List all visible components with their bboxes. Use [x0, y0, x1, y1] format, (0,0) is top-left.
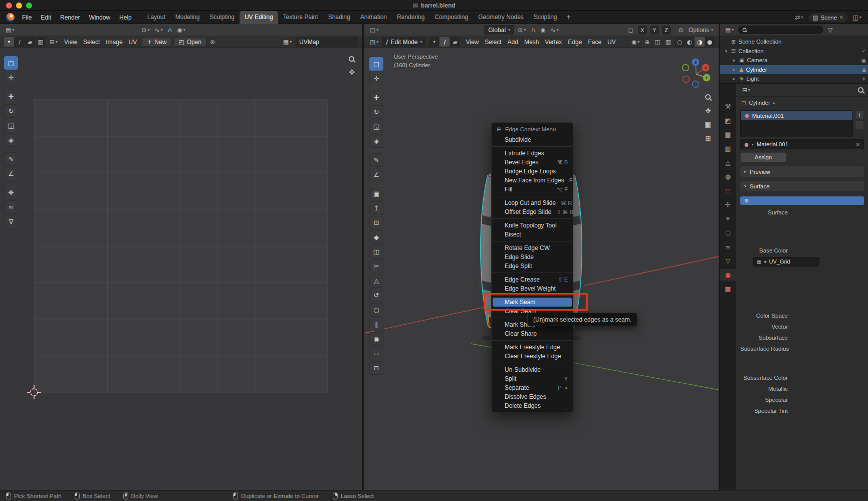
uv-magnet-icon[interactable]: ∩: [166, 27, 174, 34]
tool-scale[interactable]: ◱: [4, 119, 18, 132]
menubar-menu-edit[interactable]: Edit: [36, 11, 56, 24]
context-menu-item-rotate-edge-cw[interactable]: Rotate Edge CW: [492, 243, 573, 253]
properties-tab-output[interactable]: ▤: [722, 129, 735, 140]
xray-toggle-icon[interactable]: ▥: [664, 39, 673, 46]
workspace-tab-texture-paint[interactable]: Texture Paint: [278, 11, 323, 24]
uvmap-icon[interactable]: ▦▾: [282, 39, 293, 46]
properties-tab-tool[interactable]: ⚒: [722, 101, 735, 112]
context-menu-item-delete-edges[interactable]: Delete Edges: [492, 401, 573, 410]
tool-knife[interactable]: ✂: [369, 260, 383, 273]
tool-annotate[interactable]: ✎: [4, 152, 18, 166]
context-menu-item-edge-split[interactable]: Edge Split: [492, 262, 573, 271]
tool-relax[interactable]: ≈: [4, 200, 18, 214]
context-menu-item-new-face-from-edges[interactable]: New Face from EdgesF: [492, 176, 573, 185]
snap-target-icon[interactable]: ⊙▾: [516, 27, 527, 34]
properties-tab-physics[interactable]: ◌: [722, 227, 735, 238]
context-menu-item-separate[interactable]: SeparateP▸: [492, 383, 573, 392]
shading-material[interactable]: ◑: [695, 37, 705, 47]
window-close-button[interactable]: [6, 3, 12, 9]
properties-tab-object-data[interactable]: ▽: [722, 255, 735, 267]
properties-tab-material[interactable]: ●: [720, 269, 736, 281]
tool-cursor[interactable]: ✛: [369, 72, 383, 85]
outliner-row-scene-collection[interactable]: ⊞Scene Collection: [720, 37, 868, 47]
tool-move[interactable]: ✚: [369, 91, 383, 104]
unlink-material-icon[interactable]: ✕: [856, 142, 860, 147]
tool-cursor[interactable]: ✛: [4, 71, 18, 84]
mirror-z-toggle[interactable]: Z: [662, 26, 671, 35]
workspace-tab-geometry-nodes[interactable]: Geometry Nodes: [473, 11, 529, 24]
tool-measure[interactable]: ∠: [369, 168, 383, 181]
context-menu-item-edge-bevel-weight[interactable]: Edge Bevel Weight: [492, 284, 573, 293]
vp-editor-type-dropdown[interactable]: ◳▾: [368, 39, 380, 46]
uv-select-mode-island[interactable]: ▥: [36, 37, 46, 47]
context-menu-item-subdivide[interactable]: Subdivide: [492, 135, 573, 144]
window-zoom-button[interactable]: [26, 3, 32, 9]
menubar-menu-render[interactable]: Render: [56, 11, 84, 24]
camera-badge-icon[interactable]: ▣: [861, 58, 866, 63]
scene-clear-icon[interactable]: ✕: [839, 15, 843, 20]
scene-selector[interactable]: ▤ Scene ✕: [808, 13, 848, 22]
snap-magnet-icon[interactable]: ∩: [529, 27, 537, 34]
tool-scale[interactable]: ◱: [369, 120, 383, 133]
workspace-tab-modeling[interactable]: Modeling: [170, 11, 205, 24]
context-menu-item-dissolve-edges[interactable]: Dissolve Edges: [492, 392, 573, 401]
open-image-button[interactable]: ◰ Open: [173, 37, 206, 47]
snap-base-icon[interactable]: ⊙: [677, 27, 685, 34]
tool-shrink[interactable]: ◉: [369, 332, 383, 346]
expand-caret-icon[interactable]: ▸: [732, 76, 737, 81]
outliner-row-light[interactable]: ▸✳Light✳: [720, 74, 868, 84]
expand-caret-icon[interactable]: ▸: [732, 58, 737, 63]
mirror-x-toggle[interactable]: X: [638, 26, 647, 35]
cylinder-badge-icon[interactable]: ▲: [862, 67, 866, 72]
tool-transform[interactable]: ◈: [369, 134, 383, 148]
tool-bevel[interactable]: ◆: [369, 230, 383, 244]
workspace-tab-animation[interactable]: Animation: [355, 11, 392, 24]
proportional-edit-icon[interactable]: ◉: [539, 27, 547, 34]
properties-tab-modifiers[interactable]: ✢: [722, 199, 735, 210]
properties-tab-world[interactable]: ◍: [722, 171, 735, 182]
new-image-button[interactable]: + New: [142, 37, 171, 47]
vp-menu-face[interactable]: Face: [585, 39, 604, 46]
view-layer-icon[interactable]: ◫▾: [851, 14, 863, 21]
uv-sticky-mode-icon[interactable]: ⊟▾: [48, 39, 59, 46]
tool-inset[interactable]: ⊡: [369, 216, 383, 229]
shading-solid[interactable]: ◐: [685, 37, 695, 47]
mode-selector[interactable]: ∕ Edit Mode▾: [382, 37, 426, 47]
expand-caret-icon[interactable]: ▸: [732, 67, 737, 72]
properties-tab-constraints[interactable]: ∞: [722, 241, 735, 253]
view-object-types-icon[interactable]: ◉▾: [630, 39, 641, 46]
tool-annotate[interactable]: ✎: [369, 153, 383, 167]
uv-menu-view[interactable]: View: [61, 39, 80, 46]
vp-menu-add[interactable]: Add: [505, 39, 521, 46]
tool-smooth[interactable]: ○: [369, 303, 383, 317]
context-menu-item-fill[interactable]: Fill⌥ F: [492, 185, 573, 194]
material-datablock-selector[interactable]: ● ▾ Material.001 ✕: [740, 139, 864, 149]
workspace-tab-compositing[interactable]: Compositing: [429, 11, 473, 24]
uv-zoom-icon[interactable]: [349, 55, 354, 63]
light-badge-icon[interactable]: ✳: [862, 76, 866, 82]
context-menu-item-clear-freestyle-edge[interactable]: Clear Freestyle Edge: [492, 352, 573, 361]
outliner-row-collection[interactable]: ▾⊟Collection✓: [720, 47, 868, 56]
workspace-tab-uv-editing[interactable]: UV Editing: [240, 11, 278, 24]
workspace-tab-scripting[interactable]: Scripting: [529, 11, 562, 24]
tool-edge-slide[interactable]: ∥: [369, 318, 383, 331]
shading-wireframe[interactable]: ○: [675, 37, 685, 47]
active-tool-dropdown[interactable]: ▢▾: [368, 27, 380, 34]
navigation-gizmo[interactable]: Z X Y: [683, 59, 711, 88]
tool-tweak[interactable]: ▢: [369, 57, 383, 71]
properties-type-dropdown[interactable]: ⊟▾: [741, 87, 752, 94]
vp-camera-view-icon[interactable]: ▣: [705, 120, 711, 128]
workspace-tab-shading[interactable]: Shading: [323, 11, 355, 24]
menubar-menu-window[interactable]: Window: [84, 11, 115, 24]
shading-rendered[interactable]: ●: [705, 37, 715, 47]
context-menu-item-split[interactable]: SplitY: [492, 374, 573, 383]
context-menu-item-bridge-edge-loops[interactable]: Bridge Edge Loops: [492, 167, 573, 176]
tool-rip[interactable]: ⊓: [369, 361, 383, 375]
window-minimize-button[interactable]: [16, 3, 22, 9]
mirror-y-toggle[interactable]: Y: [650, 26, 659, 35]
uvmap-selector[interactable]: UVMap: [295, 37, 358, 47]
tool-rotate[interactable]: ↻: [369, 105, 383, 119]
preview-section-header[interactable]: ▸ Preview: [740, 166, 864, 177]
material-slot-item[interactable]: ● Material.001: [741, 111, 852, 120]
vp-menu-mesh[interactable]: Mesh: [521, 39, 542, 46]
